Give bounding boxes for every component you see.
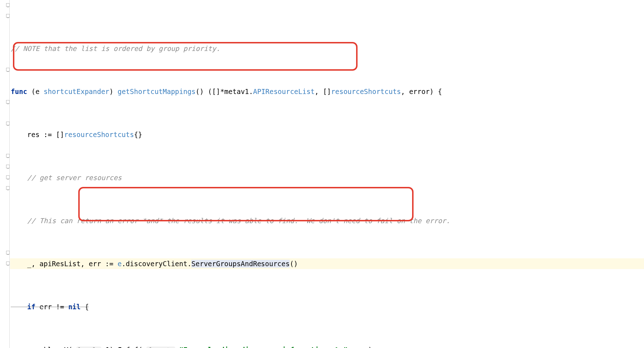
fold-marker[interactable] — [6, 251, 10, 254]
selected-identifier: ServerGroupsAndRe — [191, 260, 261, 268]
fold-marker[interactable] — [6, 122, 10, 125]
gutter — [0, 0, 10, 348]
code-line-active[interactable]: _, apiResList, err := e.discoveryClient.… — [10, 258, 644, 269]
comment-text: // NOTE that the list is ordered by grou… — [11, 44, 220, 52]
fold-marker[interactable] — [6, 154, 10, 157]
comment-text: // get server resources — [11, 174, 122, 182]
fold-marker[interactable] — [6, 175, 10, 179]
fold-marker[interactable] — [6, 186, 10, 190]
comment-text: // This can return an error *and* the re… — [11, 217, 450, 225]
code-line[interactable]: // get server resources — [10, 172, 644, 183]
code-line[interactable]: func (e shortcutExpander) getShortcutMap… — [10, 86, 644, 97]
inlay-hint: format: — [146, 347, 175, 348]
fold-marker[interactable] — [6, 100, 10, 104]
code-line[interactable]: klog.V( level: 1).Infof( format: "Error … — [10, 344, 644, 348]
inlay-hint: level: — [76, 347, 101, 348]
fold-marker[interactable] — [6, 68, 10, 71]
fold-marker[interactable] — [6, 165, 10, 168]
code-line[interactable]: // NOTE that the list is ordered by grou… — [10, 43, 644, 54]
code-line[interactable]: res := []resourceShortcuts{} — [10, 129, 644, 140]
code-line[interactable]: if err != nil { — [10, 301, 644, 312]
code-line[interactable]: // This can return an error *and* the re… — [10, 215, 644, 226]
fold-marker[interactable] — [6, 3, 10, 7]
fold-marker[interactable] — [6, 262, 10, 265]
code-editor[interactable]: // NOTE that the list is ordered by grou… — [0, 0, 644, 348]
fold-marker[interactable] — [6, 14, 10, 18]
